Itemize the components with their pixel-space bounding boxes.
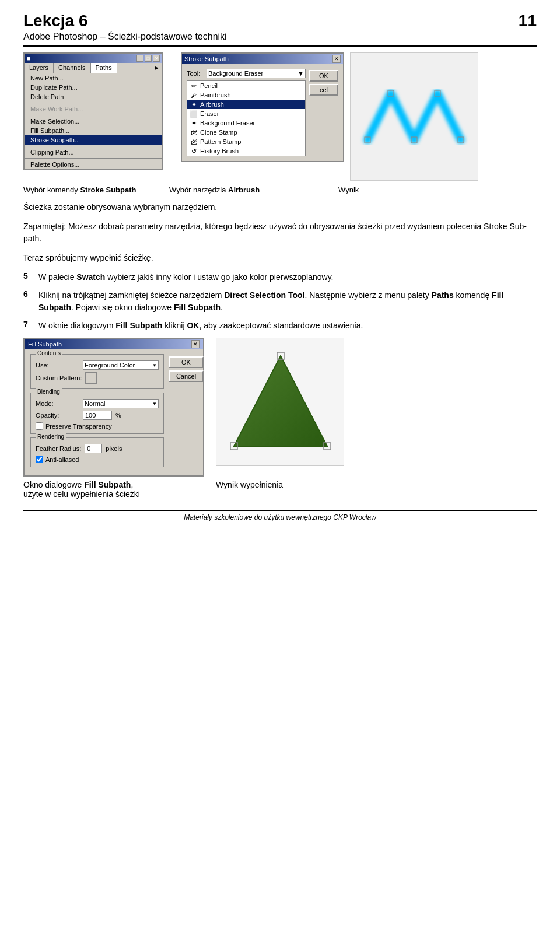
page: Lekcja 6 Adobe Photoshop – Ścieżki-podst… xyxy=(0,0,560,942)
tool-airbrush[interactable]: ✦ Airbrush xyxy=(187,100,305,109)
tool-bg-eraser[interactable]: ✦ Background Eraser xyxy=(187,118,305,128)
fill-opacity-row: Opacity: 100 % xyxy=(36,411,159,420)
ps-minimize-btn[interactable]: _ xyxy=(136,55,144,62)
paragraph-2-text: Możesz dobrać parametry narzędzia, które… xyxy=(23,222,527,243)
stroke-tool-row: Tool: Background Eraser ▼ xyxy=(187,69,306,78)
step-6-text: Kliknij na trójkątnej zamkniętej ścieżce… xyxy=(38,289,537,314)
pencil-icon: ✏ xyxy=(190,82,198,90)
caption-airbrush: Wybór narzędzia Airbrush xyxy=(169,185,332,194)
fill-preserve-label: Preserve Transparency xyxy=(46,423,112,430)
tool-history-brush-label: History Brush xyxy=(200,148,239,155)
lesson-subtitle: Adobe Photoshop – Ścieżki-podstawowe tec… xyxy=(23,31,227,42)
clone-stamp-icon: 🖄 xyxy=(190,128,198,136)
fill-feather-label: Feather Radius: xyxy=(36,445,81,452)
triangle-svg xyxy=(216,338,345,467)
main-content: ■ _ □ ✕ Layers Channels Paths ► xyxy=(23,52,537,499)
paragraph-2: Zapamiętaj: Możesz dobrać parametry narz… xyxy=(23,220,537,245)
page-footer: Materiały szkoleniowe do użytku wewnętrz… xyxy=(23,510,537,521)
fill-use-label: Use: xyxy=(36,362,79,369)
zapamiętaj-label: Zapamiętaj: xyxy=(23,222,66,231)
tool-pencil-label: Pencil xyxy=(200,82,218,89)
fill-opacity-label: Opacity: xyxy=(36,412,79,419)
tabs-arrow[interactable]: ► xyxy=(151,63,162,73)
ps-title-bar: ■ _ □ ✕ xyxy=(24,54,162,63)
menu-item-new-path[interactable]: New Path... xyxy=(24,73,162,83)
tool-eraser[interactable]: ⬜ Eraser xyxy=(187,109,305,118)
result-image-bottom xyxy=(216,338,537,466)
fill-feather-input[interactable]: 0 xyxy=(85,444,102,453)
ps-title-bar-btns: _ □ ✕ xyxy=(136,55,160,62)
result-canvas-top xyxy=(350,52,478,181)
fill-use-select[interactable]: Foreground Color ▼ xyxy=(83,360,159,370)
tool-airbrush-label: Airbrush xyxy=(200,101,224,108)
fill-contents-label: Contents xyxy=(36,350,62,356)
pattern-stamp-icon: 🖄 xyxy=(190,138,198,146)
tool-history-brush[interactable]: ↺ History Brush xyxy=(187,146,305,156)
fill-antialias-label: Anti-aliased xyxy=(46,456,79,463)
step-7: 7 W oknie dialogowym Fill Subpath klikni… xyxy=(23,320,537,332)
fill-custom-pattern-box[interactable] xyxy=(85,372,97,384)
ps-menu-container: ■ _ □ ✕ Layers Channels Paths ► xyxy=(23,52,175,170)
fill-opacity-input[interactable]: 100 xyxy=(83,411,112,420)
fill-antialias-row: Anti-aliased xyxy=(36,456,159,463)
header-left: Lekcja 6 Adobe Photoshop – Ścieżki-podst… xyxy=(23,12,227,42)
stroke-dialog-body: Tool: Background Eraser ▼ ✏ Pencil xyxy=(182,64,343,161)
stroke-dialog-ok-btn[interactable]: OK xyxy=(309,70,338,82)
fill-rendering-section: Rendering Feather Radius: 0 pixels xyxy=(30,437,164,467)
fill-dialog-cancel-btn[interactable]: Cancel xyxy=(169,370,204,382)
step-7-num: 7 xyxy=(23,320,34,332)
menu-item-palette-options[interactable]: Palette Options... xyxy=(24,160,162,169)
menu-item-stroke-subpath[interactable]: Stroke Subpath... xyxy=(24,135,162,145)
caption-fill-dialog: Okno dialogowe Fill Subpath,użyte w celu… xyxy=(23,480,204,499)
ps-close-btn[interactable]: ✕ xyxy=(153,55,160,62)
caption-stroke-subpath: Wybór komendy Stroke Subpath xyxy=(23,185,163,194)
fill-use-value: Foreground Color xyxy=(85,362,135,369)
tool-pattern-stamp-label: Pattern Stamp xyxy=(200,138,241,145)
fill-contents-section: Contents Use: Foreground Color ▼ xyxy=(30,354,164,389)
fill-preserve-checkbox[interactable] xyxy=(36,422,43,430)
stroke-tool-select[interactable]: Background Eraser ▼ xyxy=(206,69,306,78)
menu-item-clipping-path[interactable]: Clipping Path... xyxy=(24,148,162,157)
step-5-num: 5 xyxy=(23,271,34,283)
stroke-dialog-title-text: Stroke Subpath xyxy=(184,55,229,62)
tool-clone-stamp[interactable]: 🖄 Clone Stamp xyxy=(187,128,305,137)
menu-item-delete-path[interactable]: Delete Path xyxy=(24,92,162,101)
tool-pattern-stamp[interactable]: 🖄 Pattern Stamp xyxy=(187,137,305,146)
caption-result-top-text: Wynik xyxy=(338,185,359,194)
fill-dialog-body: Contents Use: Foreground Color ▼ xyxy=(24,349,203,475)
stroke-subpath-dialog: Stroke Subpath ✕ Tool: Background Eraser… xyxy=(181,52,344,162)
menu-item-make-selection[interactable]: Make Selection... xyxy=(24,117,162,126)
tool-pencil[interactable]: ✏ Pencil xyxy=(187,81,305,90)
svg-marker-5 xyxy=(234,356,327,446)
fill-dialog-close-btn[interactable]: ✕ xyxy=(191,340,200,348)
paintbrush-icon: 🖌 xyxy=(190,91,198,99)
tab-paths[interactable]: Paths xyxy=(91,63,117,73)
fill-dialog-ok-btn[interactable]: OK xyxy=(169,356,204,368)
tab-layers[interactable]: Layers xyxy=(24,63,54,73)
tool-paintbrush[interactable]: 🖌 Paintbrush xyxy=(187,90,305,100)
fill-opacity-unit: % xyxy=(116,412,121,419)
fill-feather-unit: pixels xyxy=(106,445,122,452)
page-header: Lekcja 6 Adobe Photoshop – Ścieżki-podst… xyxy=(23,12,537,47)
caption-airbrush-text: Wybór narzędzia Airbrush xyxy=(169,185,260,194)
fill-blending-section: Blending Mode: Normal ▼ xyxy=(30,393,164,434)
menu-item-fill-subpath[interactable]: Fill Subpath... xyxy=(24,126,162,135)
ps-maximize-btn[interactable]: □ xyxy=(145,55,152,62)
paragraph-3-text: Teraz spróbujemy wypełnić ścieżkę. xyxy=(23,253,153,262)
captions-row-bottom: Okno dialogowe Fill Subpath,użyte w celu… xyxy=(23,480,537,499)
fill-antialias-checkbox[interactable] xyxy=(36,456,43,463)
step-5: 5 W palecie Swatch wybierz jakiś inny ko… xyxy=(23,271,537,283)
fill-custom-pattern-label: Custom Pattern: xyxy=(36,374,82,381)
menu-separator-1 xyxy=(24,103,162,103)
fill-use-row: Use: Foreground Color ▼ xyxy=(36,360,159,370)
fill-opacity-value: 100 xyxy=(85,412,96,419)
menu-item-make-work-path: Make Work Path... xyxy=(24,104,162,114)
fill-feather-value: 0 xyxy=(87,445,90,452)
tool-bg-eraser-label: Background Eraser xyxy=(200,120,255,127)
tab-channels[interactable]: Channels xyxy=(54,63,90,73)
screenshots-row-bottom: Fill Subpath ✕ Contents Use: xyxy=(23,338,537,477)
fill-mode-select[interactable]: Normal ▼ xyxy=(83,399,159,408)
menu-item-duplicate-path[interactable]: Duplicate Path... xyxy=(24,83,162,92)
stroke-dialog-cancel-btn[interactable]: cel xyxy=(309,84,338,96)
stroke-dialog-close-btn[interactable]: ✕ xyxy=(332,55,341,63)
